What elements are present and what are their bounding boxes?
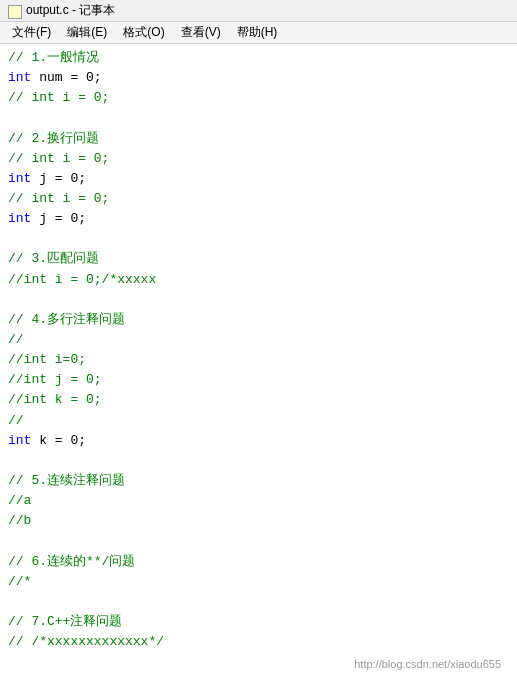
- title-bar: output.c - 记事本: [0, 0, 517, 22]
- code-line: // 3.匹配问题: [8, 249, 509, 269]
- code-line: //b: [8, 511, 509, 531]
- code-line: [8, 531, 509, 551]
- code-line: // 5.连续注释问题: [8, 471, 509, 491]
- menu-item[interactable]: 编辑(E): [59, 22, 115, 43]
- code-line: //int k = 0;: [8, 390, 509, 410]
- code-line: [8, 451, 509, 471]
- code-line: int num = 0;: [8, 68, 509, 88]
- code-line: // /*xxxxxxxxxxxxx*/: [8, 632, 509, 652]
- menu-item[interactable]: 文件(F): [4, 22, 59, 43]
- code-line: //: [8, 411, 509, 431]
- code-line: //*: [8, 572, 509, 592]
- code-line: // 2.换行问题: [8, 129, 509, 149]
- window-title: output.c - 记事本: [26, 2, 115, 19]
- code-line: int j = 0;: [8, 169, 509, 189]
- code-line: [8, 592, 509, 612]
- code-line: [8, 108, 509, 128]
- code-line: // int i = 0;: [8, 149, 509, 169]
- code-line: int k = 0;: [8, 431, 509, 451]
- code-line: //int j = 0;: [8, 370, 509, 390]
- code-line: //int i=0;: [8, 350, 509, 370]
- menu-item[interactable]: 帮助(H): [229, 22, 286, 43]
- code-line: // 7.C++注释问题: [8, 612, 509, 632]
- code-line: // 4.多行注释问题: [8, 310, 509, 330]
- code-line: [8, 229, 509, 249]
- code-line: //: [8, 330, 509, 350]
- code-line: // int i = 0;: [8, 189, 509, 209]
- code-line: // int i = 0;: [8, 88, 509, 108]
- app-icon: [8, 5, 22, 19]
- menu-item[interactable]: 查看(V): [173, 22, 229, 43]
- code-line: //int i = 0;/*xxxxx: [8, 270, 509, 290]
- menu-item[interactable]: 格式(O): [115, 22, 172, 43]
- code-line: // 6.连续的**/问题: [8, 552, 509, 572]
- watermark: http://blog.csdn.net/xiaodu655: [8, 656, 509, 673]
- code-line: // 1.一般情况: [8, 48, 509, 68]
- menu-bar: 文件(F)编辑(E)格式(O)查看(V)帮助(H): [0, 22, 517, 44]
- code-line: [8, 290, 509, 310]
- code-line: int j = 0;: [8, 209, 509, 229]
- code-line: //a: [8, 491, 509, 511]
- content-area: // 1.一般情况int num = 0;// int i = 0; // 2.…: [0, 44, 517, 683]
